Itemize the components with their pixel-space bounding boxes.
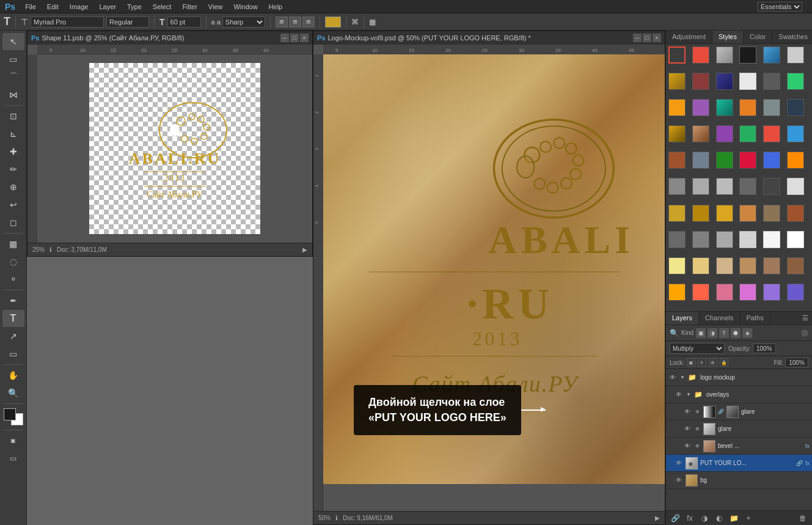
new-group-btn[interactable]: 📁	[728, 513, 739, 524]
style-swatch-31[interactable]	[692, 178, 709, 195]
layer-vis-put-logo[interactable]: 👁	[675, 459, 683, 468]
style-swatch-27[interactable]	[739, 152, 756, 169]
shape-close-btn[interactable]: ×	[300, 34, 309, 42]
layer-glare-2[interactable]: 👁 ⊕ glare	[666, 420, 812, 438]
menu-window[interactable]: Window	[229, 2, 262, 12]
style-swatch-43[interactable]	[692, 231, 709, 248]
marquee-tool[interactable]: ▭	[2, 51, 24, 68]
opacity-input[interactable]	[753, 343, 776, 353]
tab-channels[interactable]: Channels	[699, 312, 740, 325]
anti-alias-select[interactable]: Sharp	[222, 17, 265, 28]
style-swatch-26[interactable]	[716, 152, 733, 169]
layer-vis-glare-2[interactable]: 👁	[683, 425, 692, 433]
style-swatch-35[interactable]	[787, 178, 804, 195]
style-swatch-41[interactable]	[787, 205, 804, 222]
style-swatch-48[interactable]	[668, 257, 686, 274]
lock-all-btn[interactable]: 🔒	[720, 358, 728, 367]
style-swatch-42[interactable]	[668, 231, 686, 248]
style-swatch-11[interactable]	[787, 73, 804, 90]
text-color-swatch[interactable]	[325, 17, 341, 28]
style-swatch-56[interactable]	[716, 284, 733, 301]
style-swatch-44[interactable]	[716, 231, 733, 248]
layer-overlays[interactable]: 👁 ▼ 📁 overlays	[666, 386, 812, 403]
heal-tool[interactable]: ✚	[2, 143, 24, 160]
menu-type[interactable]: Type	[122, 2, 147, 12]
layer-vis-overlays[interactable]: 👁	[675, 391, 683, 399]
layer-expand-logo-mockup[interactable]: ▼	[679, 375, 686, 381]
style-swatch-45[interactable]	[739, 231, 756, 248]
tab-layers[interactable]: Layers	[666, 312, 699, 325]
lock-artboard-btn[interactable]: ⊞	[709, 358, 717, 367]
align-center-btn[interactable]: ≡	[289, 17, 301, 28]
style-swatch-16[interactable]	[763, 99, 780, 116]
menu-file[interactable]: File	[20, 2, 41, 12]
font-style-input[interactable]	[106, 17, 149, 28]
style-swatch-24[interactable]	[668, 152, 686, 169]
style-swatch-36[interactable]	[668, 205, 686, 222]
style-swatch-50[interactable]	[716, 257, 733, 274]
layer-vis-bg[interactable]: 👁	[675, 476, 683, 485]
style-swatch-20[interactable]	[716, 125, 733, 142]
lock-move-btn[interactable]: ✛	[698, 358, 706, 367]
style-swatch-34[interactable]	[763, 178, 780, 195]
filter-shape-btn[interactable]: ⬟	[731, 328, 741, 338]
menu-view[interactable]: View	[203, 2, 228, 12]
filter-pixel-btn[interactable]: ▣	[696, 328, 706, 338]
style-swatch-51[interactable]	[739, 257, 756, 274]
dodge-tool[interactable]: ⚬	[2, 271, 24, 288]
link-layers-btn[interactable]: 🔗	[670, 513, 681, 524]
quick-mask-btn[interactable]: ▣	[2, 432, 24, 449]
style-swatch-58[interactable]	[763, 284, 780, 301]
text-tool[interactable]: T	[2, 310, 24, 327]
style-swatch-3[interactable]	[739, 46, 756, 64]
style-swatch-59[interactable]	[787, 284, 804, 301]
workspace-select[interactable]: Essentials	[758, 2, 802, 12]
add-mask-btn[interactable]: ◑	[699, 513, 710, 524]
style-swatch-10[interactable]	[763, 73, 780, 90]
layer-bg[interactable]: 👁 bg	[666, 472, 812, 489]
blur-tool[interactable]: ◌	[2, 253, 24, 270]
history-brush[interactable]: ↩	[2, 196, 24, 213]
shape-canvas[interactable]: ABALI.RU 2013 Сайт Абали.РУ	[37, 54, 312, 243]
style-swatch-4[interactable]	[763, 46, 780, 64]
align-left-btn[interactable]: ≡	[276, 17, 288, 28]
style-swatch-32[interactable]	[716, 178, 733, 195]
layer-expand-overlays[interactable]: ▼	[686, 392, 692, 398]
path-select-tool[interactable]: ↗	[2, 328, 24, 345]
style-swatch-14[interactable]	[716, 99, 733, 116]
layer-vis-bevel[interactable]: 👁	[683, 442, 692, 450]
style-swatch-37[interactable]	[692, 205, 709, 222]
magic-wand-tool[interactable]: ⋈	[2, 86, 24, 103]
style-swatch-39[interactable]	[739, 205, 756, 222]
layer-bevel[interactable]: 👁 ⊕ bevel ... fx	[666, 438, 812, 455]
tab-color[interactable]: Color	[744, 31, 772, 43]
font-size-input[interactable]	[167, 17, 201, 28]
eyedropper-tool[interactable]: ⊾	[2, 125, 24, 142]
style-swatch-33[interactable]	[739, 178, 756, 195]
pen-tool[interactable]: ✒	[2, 292, 24, 309]
filter-smart-btn[interactable]: ◈	[742, 328, 752, 338]
style-swatch-55[interactable]	[692, 284, 709, 301]
style-swatch-7[interactable]	[692, 73, 709, 90]
mockup-close-btn[interactable]: ×	[653, 34, 661, 42]
style-swatch-0[interactable]	[668, 46, 686, 64]
font-name-input[interactable]	[31, 17, 104, 28]
tab-styles[interactable]: Styles	[712, 31, 744, 43]
menu-help[interactable]: Help	[264, 2, 288, 12]
tab-swatches[interactable]: Swatches	[772, 31, 812, 43]
move-tool[interactable]: ↖	[2, 33, 24, 50]
mockup-arrow-btn[interactable]: ▶	[655, 515, 660, 521]
eraser-tool[interactable]: ◻	[2, 214, 24, 231]
style-swatch-38[interactable]	[716, 205, 733, 222]
style-swatch-21[interactable]	[739, 125, 756, 142]
layer-glare-mask[interactable]: 👁 ⊕ 🔗 glare	[666, 403, 812, 420]
screen-mode-btn[interactable]: ▭	[2, 450, 24, 467]
hand-tool[interactable]: ✋	[2, 367, 24, 384]
style-swatch-13[interactable]	[692, 99, 709, 116]
style-swatch-18[interactable]	[668, 125, 686, 142]
tab-adjustment[interactable]: Adjustment	[666, 31, 712, 43]
fill-input[interactable]	[785, 358, 808, 367]
style-swatch-8[interactable]	[716, 73, 733, 90]
style-swatch-15[interactable]	[739, 99, 756, 116]
gradient-tool[interactable]: ▦	[2, 235, 24, 252]
